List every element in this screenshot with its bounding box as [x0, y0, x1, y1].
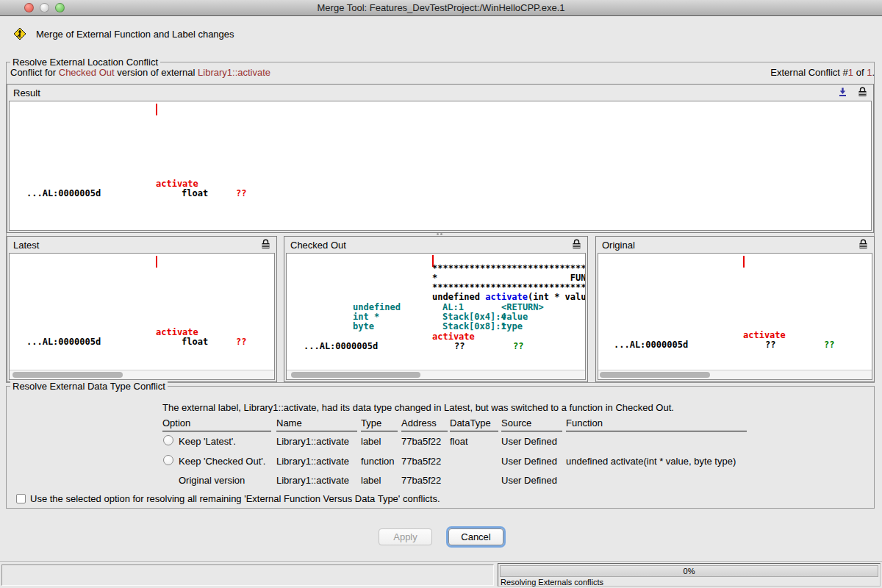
progress-bar: 0% — [500, 565, 878, 577]
horizontal-scrollbar[interactable] — [598, 370, 872, 379]
horizontal-scrollbar[interactable] — [287, 370, 585, 379]
address-label: ...AL:0000005d — [614, 340, 688, 350]
symbol-label: activate — [156, 327, 198, 337]
datatype-conflict-group-title: Resolve External Data Type Conflict — [10, 381, 168, 392]
checked-out-panel-title: Checked Out — [290, 240, 346, 251]
datatype-conflict-message: The external label, Library1::activate, … — [162, 402, 674, 413]
conflict-middle: version of external — [115, 67, 198, 78]
keep-checked-out-radio[interactable] — [163, 455, 173, 465]
type-cell: label — [361, 475, 381, 486]
lock-icon[interactable] — [858, 239, 868, 249]
window-titlebar: Merge Tool: Features_DevTestProject:/Win… — [0, 0, 882, 16]
checked-out-panel: Checked Out ****************************… — [284, 236, 588, 382]
use-for-all-checkbox-label: Use the selected option for resolving al… — [30, 493, 440, 504]
datatype-label: float — [182, 337, 208, 347]
param-name: value — [501, 312, 528, 322]
param-name: <RETURN> — [501, 302, 544, 312]
latest-panel-title: Latest — [13, 240, 39, 251]
option-label: Keep 'Latest'. — [179, 436, 236, 447]
use-for-all-checkbox[interactable] — [16, 494, 26, 503]
apply-button[interactable]: Apply — [379, 528, 432, 545]
scrollbar-thumb[interactable] — [291, 372, 420, 378]
column-header-source: Source — [501, 417, 562, 431]
merge-sign-icon — [13, 27, 26, 40]
symbol-label: activate — [432, 331, 475, 342]
conflict-counter: External Conflict #1 of 1. — [770, 67, 875, 78]
param-name: type — [501, 321, 523, 331]
result-listing[interactable]: activate ...AL:0000005d float ?? — [9, 101, 872, 231]
merge-header: Merge of External Function and Label cha… — [13, 26, 234, 41]
symbol-label: activate — [743, 330, 786, 340]
address-label: ...AL:0000005d — [26, 337, 101, 347]
param-datatype: int * — [353, 312, 379, 322]
signature-return: undefined — [432, 292, 485, 302]
task-label: Resolving Externals conflicts — [501, 578, 603, 587]
value-label: ?? — [824, 340, 834, 350]
datatype-cell: float — [450, 436, 468, 447]
function-signature: undefined activate(int * value, byte typ… — [432, 292, 586, 302]
param-datatype: undefined — [353, 302, 401, 312]
original-panel-title: Original — [602, 240, 635, 251]
horizontal-scrollbar[interactable] — [10, 370, 274, 379]
scrollbar-thumb[interactable] — [600, 372, 710, 378]
name-cell: Library1::activate — [276, 456, 349, 467]
comment-line: * FUNCTION — [432, 273, 586, 283]
type-cell: label — [361, 436, 381, 447]
lock-icon[interactable] — [261, 239, 270, 249]
conflict-description: Conflict for Checked Out version of exte… — [10, 67, 270, 78]
value-label: ?? — [236, 337, 246, 347]
checked-out-listing[interactable]: ****************************************… — [286, 253, 586, 380]
address-cell: 77ba5f22 — [401, 456, 441, 467]
symbol-label: activate — [156, 179, 198, 189]
original-listing[interactable]: activate ...AL:0000005d ?? ?? — [598, 253, 872, 380]
value-label: ?? — [513, 341, 523, 351]
param-datatype: byte — [353, 321, 374, 331]
conflict-external-name: Library1::activate — [198, 67, 270, 78]
conflict-prefix: Conflict for — [10, 67, 59, 78]
counter-end: . — [872, 67, 875, 78]
status-message-area — [1, 564, 494, 586]
option-label: Original version — [179, 475, 245, 486]
datatype-label: float — [182, 188, 208, 198]
value-label: ?? — [765, 340, 775, 350]
source-cell: User Defined — [501, 475, 557, 486]
column-header-datatype: DataType — [450, 417, 498, 431]
lock-icon[interactable] — [572, 239, 581, 249]
address-label: ...AL:0000005d — [26, 188, 101, 198]
counter-current: 1 — [848, 67, 853, 78]
datatype-conflict-group: Resolve External Data Type Conflict The … — [6, 386, 875, 509]
column-header-option: Option — [162, 417, 271, 431]
param-storage: Stack[0x8]:1 — [442, 321, 506, 331]
type-cell: function — [361, 456, 395, 467]
latest-listing[interactable]: activate ...AL:0000005d float ?? — [9, 253, 275, 380]
address-cell: 77ba5f22 — [401, 475, 441, 486]
param-storage: AL:1 — [442, 302, 464, 312]
name-cell: Library1::activate — [276, 436, 349, 447]
counter-label: External Conflict # — [770, 67, 848, 78]
zoom-button[interactable] — [55, 3, 65, 12]
comment-line: **************************************** — [432, 282, 586, 293]
latest-panel: Latest activate ...AL:0000005d float ?? — [7, 236, 277, 382]
task-monitor-area: 0% Resolving Externals conflicts — [498, 563, 881, 587]
value-label: ?? — [236, 188, 246, 198]
lock-icon[interactable] — [858, 87, 867, 97]
param-storage: Stack[0x4]:4 — [442, 312, 506, 322]
value-label: ?? — [454, 341, 465, 351]
scroll-to-cursor-icon[interactable] — [838, 87, 847, 97]
close-button[interactable] — [24, 3, 34, 12]
keep-latest-radio[interactable] — [163, 435, 173, 445]
location-conflict-group-title: Resolve External Location Conflict — [10, 57, 160, 68]
conflict-version: Checked Out — [59, 67, 115, 78]
listing-cursor — [156, 104, 157, 115]
function-cell: undefined activate(int * value, byte typ… — [566, 456, 736, 467]
original-panel: Original activate ...AL:0000005d ?? ?? — [595, 236, 875, 382]
listing-cursor — [743, 256, 745, 268]
scrollbar-thumb[interactable] — [12, 372, 123, 378]
minimize-button[interactable] — [40, 3, 49, 12]
option-label: Keep 'Checked Out'. — [179, 456, 265, 467]
column-header-type: Type — [361, 417, 398, 431]
source-cell: User Defined — [501, 456, 557, 467]
cancel-button[interactable]: Cancel — [448, 528, 503, 545]
column-header-address: Address — [401, 417, 448, 431]
page-title: Merge of External Function and Label cha… — [36, 29, 234, 40]
